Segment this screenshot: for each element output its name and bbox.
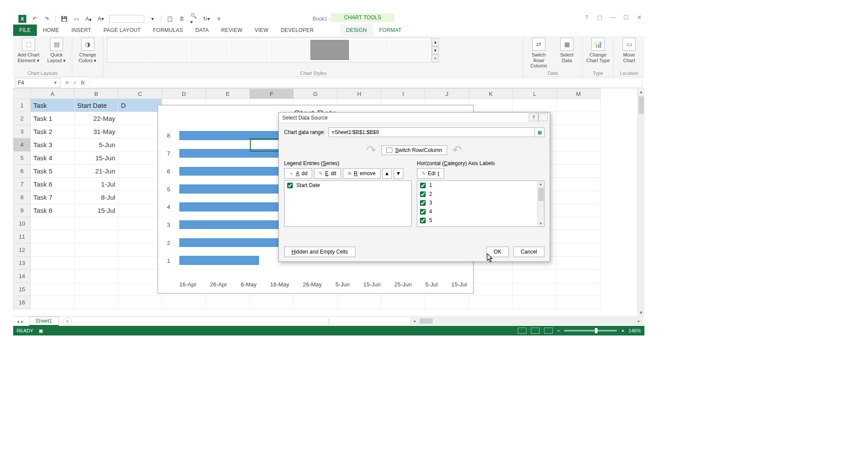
customize-qat-button[interactable]: ≡ — [215, 15, 223, 23]
style-thumb[interactable] — [190, 40, 228, 60]
add-series-button[interactable]: ＋Add — [284, 168, 312, 179]
cancel-button[interactable]: Cancel — [513, 247, 544, 257]
font-increase-button[interactable]: A▴ — [85, 15, 92, 23]
cell-G16[interactable] — [294, 296, 338, 309]
switch-row-column-button[interactable]: ⇄ Switch Row/ Column — [527, 38, 551, 69]
gallery-up-button[interactable]: ▲ — [432, 38, 439, 46]
cell-C12[interactable] — [118, 244, 162, 257]
scroll-left-button[interactable]: ◂ — [411, 319, 418, 323]
column-header-I[interactable]: I — [381, 88, 425, 99]
scroll-right-button[interactable]: ▸ — [635, 319, 642, 323]
cell-B5[interactable]: 15-Jun — [75, 152, 118, 165]
row-header-1[interactable]: 1 — [13, 99, 31, 112]
cell-A4[interactable]: Task 3 — [31, 138, 75, 152]
category-checkbox[interactable] — [420, 183, 426, 188]
cell-A13[interactable] — [31, 257, 75, 270]
cell-B12[interactable] — [75, 244, 118, 257]
cell-C10[interactable] — [118, 217, 162, 230]
zoom-icon[interactable]: 🔍▾ — [190, 15, 198, 23]
style-thumb[interactable] — [391, 40, 429, 60]
style-thumb-selected[interactable] — [310, 40, 349, 60]
cell-A11[interactable] — [31, 230, 75, 244]
tab-file[interactable]: FILE — [13, 25, 37, 36]
cell-M7[interactable] — [557, 178, 601, 191]
style-thumb[interactable] — [149, 40, 188, 60]
cell-K16[interactable] — [469, 296, 513, 309]
view-page-layout-button[interactable] — [531, 328, 540, 334]
zoom-out-button[interactable]: − — [557, 328, 560, 333]
chart-bar[interactable] — [179, 256, 259, 265]
style-thumb[interactable] — [351, 40, 389, 60]
cell-L1[interactable] — [513, 99, 557, 112]
calendar-icon[interactable]: 🗓 — [178, 15, 186, 23]
cell-M5[interactable] — [557, 152, 601, 165]
row-header-16[interactable]: 16 — [13, 296, 31, 309]
style-thumb[interactable] — [270, 40, 309, 60]
column-header-F[interactable]: F — [250, 88, 294, 99]
tab-split-handle[interactable]: ⋮ — [326, 318, 331, 325]
scroll-thumb[interactable] — [420, 318, 433, 324]
cell-C5[interactable] — [118, 152, 162, 165]
zoom-slider[interactable] — [564, 330, 617, 332]
cell-C8[interactable] — [118, 191, 162, 204]
cell-M16[interactable] — [557, 296, 601, 309]
tab-view[interactable]: VIEW — [249, 25, 274, 36]
cell-L14[interactable] — [513, 270, 557, 283]
font-decrease-button[interactable]: A▾ — [97, 15, 105, 23]
cell-M10[interactable] — [557, 217, 601, 230]
tab-developer[interactable]: DEVELOPER — [274, 25, 320, 36]
maximize-button[interactable]: ☐ — [623, 14, 630, 21]
column-header-G[interactable]: G — [294, 88, 338, 99]
tab-formulas[interactable]: FORMULAS — [147, 25, 189, 36]
style-thumb[interactable] — [109, 40, 148, 60]
series-list[interactable]: Start Date — [284, 180, 412, 227]
category-checkbox[interactable] — [420, 191, 426, 197]
column-header-H[interactable]: H — [338, 88, 381, 99]
row-header-13[interactable]: 13 — [13, 257, 31, 270]
name-box[interactable]: F4 ▼ — [15, 78, 60, 88]
cell-B2[interactable]: 22-May — [75, 112, 118, 125]
category-list-item[interactable]: 5 — [417, 216, 544, 225]
cell-A5[interactable]: Task 4 — [31, 152, 75, 165]
horizontal-scrollbar[interactable]: ◂ ▸ — [410, 318, 643, 325]
cell-C16[interactable] — [118, 296, 162, 309]
switch-row-column-dialog-button[interactable]: SSwitch Row/Columnwitch Row/Column — [381, 145, 447, 155]
cell-C6[interactable] — [118, 165, 162, 178]
cell-A6[interactable]: Task 5 — [31, 165, 75, 178]
cell-C2[interactable] — [118, 112, 162, 125]
cell-M12[interactable] — [557, 244, 601, 257]
close-window-button[interactable]: ✕ — [636, 14, 643, 21]
paste-icon[interactable]: 📋 — [166, 15, 174, 23]
cell-B14[interactable] — [75, 270, 118, 283]
zoom-in-button[interactable]: + — [621, 328, 624, 333]
row-header-11[interactable]: 11 — [13, 230, 31, 244]
help-button[interactable]: ? — [583, 14, 590, 21]
cell-A9[interactable]: Task 8 — [31, 204, 75, 217]
vertical-scrollbar[interactable]: ▲ ▼ — [637, 88, 644, 316]
series-checkbox[interactable] — [287, 183, 293, 188]
cell-C1[interactable]: D — [118, 99, 162, 112]
gallery-down-button[interactable]: ▼ — [432, 46, 439, 55]
cell-C14[interactable] — [118, 270, 162, 283]
cell-A15[interactable] — [31, 283, 75, 296]
chart-data-range-input[interactable] — [328, 127, 535, 137]
fx-label[interactable]: fx — [81, 80, 85, 86]
tab-format[interactable]: FORMAT — [373, 25, 408, 36]
chart-bar[interactable] — [179, 238, 288, 247]
cell-A10[interactable] — [31, 217, 75, 230]
qat-combo[interactable] — [109, 15, 144, 23]
style-thumb[interactable] — [230, 40, 268, 60]
tab-page-layout[interactable]: PAGE LAYOUT — [97, 25, 147, 36]
cell-M8[interactable] — [557, 191, 601, 204]
qat-dropdown[interactable]: ▾ — [149, 15, 157, 23]
cell-C15[interactable] — [118, 283, 162, 296]
range-picker-button[interactable]: ▦ — [535, 127, 544, 137]
cell-D16[interactable] — [162, 296, 206, 309]
cell-M11[interactable] — [557, 230, 601, 244]
category-list-item[interactable]: 1 — [417, 181, 544, 190]
change-colors-button[interactable]: ◑ Change Colors ▾ — [76, 38, 100, 63]
macro-record-icon[interactable]: ▣ — [39, 328, 43, 334]
cell-A3[interactable]: Task 2 — [31, 125, 75, 138]
column-header-J[interactable]: J — [425, 88, 469, 99]
list-scrollbar[interactable]: ▲ ▼ — [537, 181, 544, 226]
